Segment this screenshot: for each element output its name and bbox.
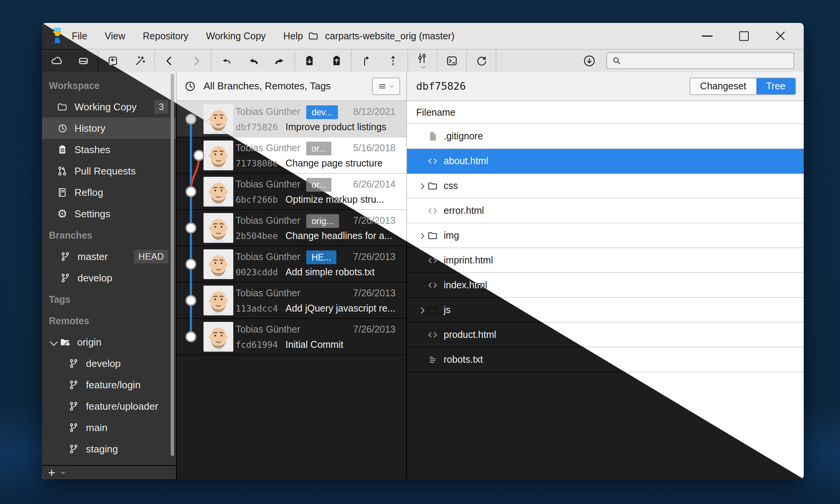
file-row-about-html[interactable]: about.html: [407, 149, 804, 174]
commit-date: 7/26/2013: [353, 324, 396, 335]
sidebar-item-master[interactable]: masterHEAD: [42, 246, 176, 267]
branch-icon: [60, 251, 71, 262]
main-content: WorkspaceWorking Copy3HistoryStashesPull…: [42, 72, 804, 479]
sidebar-item-settings[interactable]: ⚙Settings: [42, 203, 176, 225]
commit-message: Add jQuery javascript re...: [286, 303, 396, 314]
commit-row[interactable]: Tobias Günther7/26/2013113adcc4Add jQuer…: [177, 283, 406, 319]
sidebar-list: WorkspaceWorking Copy3HistoryStashesPull…: [42, 72, 176, 465]
toolbar-button-pull[interactable]: [360, 55, 372, 67]
commit-row[interactable]: Tobias Güntherdev...8/12/2021dbf75826Imp…: [177, 101, 406, 137]
toolbar-button-push[interactable]: [387, 55, 399, 67]
file-row--gitignore[interactable]: .gitignore: [407, 124, 804, 149]
toolbar-button-hard-drive[interactable]: [77, 55, 90, 67]
file-row-img[interactable]: img: [407, 223, 804, 248]
redo-bold-icon: [274, 55, 286, 67]
avatar: [204, 322, 233, 352]
toolbar-button-refresh[interactable]: [475, 55, 488, 67]
branch-filter-label: All Branches, Remotes, Tags: [204, 80, 331, 92]
repo-title: carparts-website_orig (master): [325, 31, 454, 42]
toolbar-button-back[interactable]: [163, 55, 176, 67]
sidebar-item-staging[interactable]: staging: [42, 438, 176, 460]
toolbar-button-redo-bold[interactable]: [274, 55, 286, 67]
commit-hash: dbf75826: [236, 122, 278, 132]
menu-help[interactable]: Help: [283, 31, 303, 42]
toolbar-button-stash-pop[interactable]: [330, 55, 343, 67]
commit-row[interactable]: Tobias Güntherorig...7/26/20132b504beeCh…: [177, 210, 406, 246]
chevron-right-icon[interactable]: [418, 306, 427, 314]
chevron-right-icon[interactable]: [418, 231, 427, 240]
sidebar-item-reflog[interactable]: Reflog: [42, 182, 176, 203]
stash-icon: [57, 144, 68, 155]
file-name: error.html: [444, 205, 484, 216]
toolbar-button-forward[interactable]: [190, 55, 203, 67]
sidebar-item-feature-uploader[interactable]: feature/uploader: [42, 396, 176, 417]
chevron-down-icon[interactable]: [48, 338, 57, 346]
sidebar-item-feature-login[interactable]: feature/login: [42, 374, 176, 396]
toolbar-button-undo[interactable]: [220, 55, 232, 67]
chevron-down-icon: [389, 84, 394, 89]
sidebar-item-main[interactable]: main: [42, 417, 176, 438]
desktop-background: FileViewRepositoryWorking CopyHelp carpa…: [0, 0, 840, 504]
code-file-icon: [427, 155, 438, 167]
toolbar-right: [583, 52, 804, 69]
sidebar-item-develop[interactable]: develop: [42, 353, 176, 374]
commit-row[interactable]: Tobias Güntheror...6/26/20146bcf266bOpti…: [177, 174, 406, 210]
file-row-css[interactable]: css: [407, 174, 804, 199]
sidebar-item-history[interactable]: History: [42, 118, 176, 139]
sidebar-item-pull-requests[interactable]: Pull Requests: [42, 160, 176, 182]
add-repository-button[interactable]: +: [48, 467, 55, 478]
download-commits-button[interactable]: [583, 55, 596, 67]
sidebar-scrollbar[interactable]: [171, 74, 174, 456]
sidebar-item-origin[interactable]: origin: [42, 331, 176, 353]
toolbar-button-terminal[interactable]: [446, 55, 458, 67]
folder-icon: [427, 230, 438, 241]
sidebar-item-working-copy[interactable]: Working Copy3: [42, 96, 176, 118]
chevron-down-icon[interactable]: [60, 470, 66, 476]
search-input[interactable]: [625, 55, 789, 66]
file-row-js[interactable]: js: [407, 298, 804, 323]
commit-branch-badge: HE...: [306, 250, 336, 264]
sidebar-item-badge: 3: [154, 100, 168, 114]
toolbar-button-stash-save[interactable]: [303, 55, 316, 67]
commit-date: 8/12/2021: [353, 106, 396, 117]
commit-row[interactable]: Tobias Güntheror...5/16/20187173808eChan…: [177, 137, 406, 174]
toolbar-button-cloud[interactable]: [50, 55, 63, 67]
undo-bold-icon: [247, 55, 259, 67]
code-file-icon: [427, 255, 438, 266]
toolbar-button-commit-folder[interactable]: [107, 55, 119, 67]
minimize-button[interactable]: [701, 29, 714, 42]
maximize-button[interactable]: [737, 29, 750, 42]
terminal-icon: [446, 55, 458, 67]
menu-view[interactable]: View: [105, 31, 125, 42]
toolbar-button-magic-wand[interactable]: [134, 55, 146, 67]
title-bar: FileViewRepositoryWorking CopyHelp carpa…: [42, 23, 804, 49]
commit-hash: 0023cddd: [236, 267, 278, 277]
commit-author: Tobias Günther: [236, 324, 300, 335]
file-row-robots-txt[interactable]: robots.txt: [407, 347, 804, 372]
file-row-error-html[interactable]: error.html: [407, 199, 804, 223]
changeset-tab[interactable]: Changeset: [690, 78, 756, 94]
file-row-index-html[interactable]: index.html: [407, 273, 804, 298]
file-row-imprint-html[interactable]: imprint.html: [407, 248, 804, 273]
commit-date: 7/26/2013: [353, 251, 396, 262]
close-button[interactable]: [774, 29, 787, 42]
chevron-right-icon[interactable]: [418, 182, 427, 190]
menu-repository[interactable]: Repository: [143, 31, 189, 42]
file-row-product-html[interactable]: product.html: [407, 323, 804, 347]
commit-row[interactable]: Tobias Günther7/26/2013fcd61994Initial C…: [177, 319, 406, 355]
toolbar-button-undo-bold[interactable]: [247, 55, 259, 67]
commit-detail-panel: dbf75826 Changeset Tree Filename .gitign…: [407, 72, 804, 479]
commit-date: 5/16/2018: [353, 142, 396, 153]
sidebar-item-stashes[interactable]: Stashes: [42, 139, 176, 160]
history-icon: [57, 123, 68, 134]
sidebar-item-develop[interactable]: develop: [42, 267, 176, 289]
history-options-button[interactable]: [372, 78, 400, 95]
menu-file[interactable]: File: [72, 31, 87, 42]
menu-working-copy[interactable]: Working Copy: [206, 31, 266, 42]
toolbar: [42, 49, 804, 72]
commit-date: 7/26/2013: [353, 215, 396, 226]
commit-message: Optimize markup stru...: [286, 194, 384, 205]
toolbar-button-git-flow[interactable]: [416, 52, 429, 70]
commit-row[interactable]: Tobias GüntherHE...7/26/20130023cdddAdd …: [177, 246, 406, 283]
tree-tab[interactable]: Tree: [756, 78, 795, 94]
